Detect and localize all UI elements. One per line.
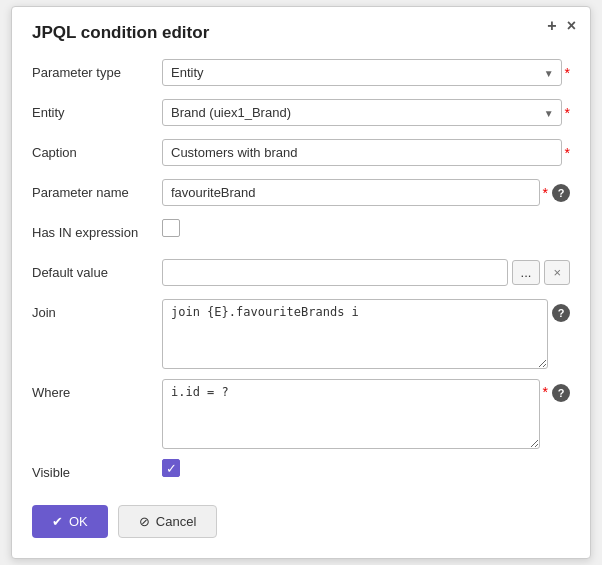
entity-select-wrap: Brand (uiex1_Brand): [162, 99, 562, 126]
plus-icon[interactable]: +: [547, 17, 556, 35]
default-value-clear-button[interactable]: ×: [544, 260, 570, 285]
has-in-expression-row: Has IN expression: [32, 219, 570, 249]
join-help-icon[interactable]: ?: [552, 304, 570, 322]
default-value-dots-button[interactable]: ...: [512, 260, 541, 285]
parameter-type-required: *: [565, 65, 570, 81]
parameter-type-label: Parameter type: [32, 59, 162, 80]
where-row: Where i.id = ? * ?: [32, 379, 570, 449]
cancel-circle-icon: ⊘: [139, 514, 150, 529]
dialog-top-icons: + ×: [547, 17, 576, 35]
entity-label: Entity: [32, 99, 162, 120]
parameter-type-select[interactable]: Entity: [162, 59, 562, 86]
default-value-input[interactable]: [162, 259, 508, 286]
cancel-label: Cancel: [156, 514, 196, 529]
caption-required: *: [565, 145, 570, 161]
where-required: *: [543, 384, 548, 400]
caption-row: Caption *: [32, 139, 570, 169]
has-in-expression-label: Has IN expression: [32, 219, 162, 240]
where-label: Where: [32, 379, 162, 400]
join-row: Join join {E}.favouriteBrands i ?: [32, 299, 570, 369]
parameter-name-row: Parameter name * ?: [32, 179, 570, 209]
parameter-name-required: *: [543, 185, 548, 201]
ok-button[interactable]: ✔ OK: [32, 505, 108, 538]
close-icon[interactable]: ×: [567, 17, 576, 35]
join-label: Join: [32, 299, 162, 320]
parameter-type-select-wrap: Entity: [162, 59, 562, 86]
has-in-expression-control: [162, 219, 570, 237]
dialog-title: JPQL condition editor: [32, 23, 570, 43]
default-value-wrap: ... ×: [162, 259, 570, 286]
where-control: i.id = ? * ?: [162, 379, 570, 449]
ok-checkmark-icon: ✔: [52, 514, 63, 529]
join-control: join {E}.favouriteBrands i ?: [162, 299, 570, 369]
visible-row: Visible: [32, 459, 570, 489]
join-textarea[interactable]: join {E}.favouriteBrands i: [162, 299, 548, 369]
cancel-button[interactable]: ⊘ Cancel: [118, 505, 217, 538]
parameter-type-control: Entity *: [162, 59, 570, 86]
dialog-footer: ✔ OK ⊘ Cancel: [32, 505, 570, 538]
visible-checkbox[interactable]: [162, 459, 180, 477]
has-in-expression-checkbox[interactable]: [162, 219, 180, 237]
parameter-name-input[interactable]: [162, 179, 540, 206]
default-value-control: ... ×: [162, 259, 570, 286]
jpql-condition-editor-dialog: + × JPQL condition editor Parameter type…: [11, 6, 591, 559]
parameter-name-label: Parameter name: [32, 179, 162, 200]
where-textarea[interactable]: i.id = ?: [162, 379, 540, 449]
caption-control: *: [162, 139, 570, 166]
where-help-icon[interactable]: ?: [552, 384, 570, 402]
visible-control: [162, 459, 570, 477]
default-value-label: Default value: [32, 259, 162, 280]
entity-select[interactable]: Brand (uiex1_Brand): [162, 99, 562, 126]
parameter-type-row: Parameter type Entity *: [32, 59, 570, 89]
parameter-name-help-icon[interactable]: ?: [552, 184, 570, 202]
entity-control: Brand (uiex1_Brand) *: [162, 99, 570, 126]
visible-label: Visible: [32, 459, 162, 480]
default-value-row: Default value ... ×: [32, 259, 570, 289]
ok-label: OK: [69, 514, 88, 529]
entity-row: Entity Brand (uiex1_Brand) *: [32, 99, 570, 129]
entity-required: *: [565, 105, 570, 121]
caption-input[interactable]: [162, 139, 562, 166]
caption-label: Caption: [32, 139, 162, 160]
parameter-name-control: * ?: [162, 179, 570, 206]
